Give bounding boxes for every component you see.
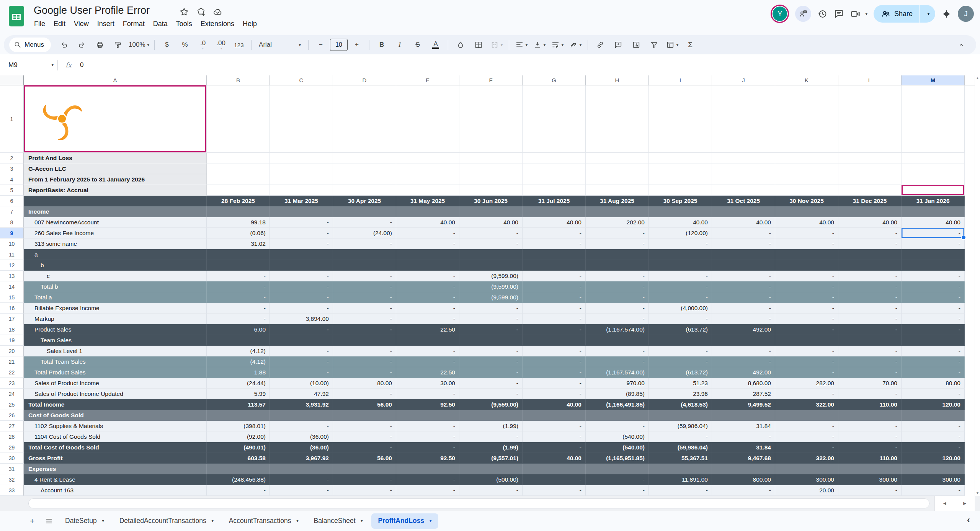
row-header-13[interactable]: 13 [0,271,24,281]
cell-J3[interactable] [712,163,775,174]
chevron-down-icon[interactable]: ▾ [212,519,214,523]
menu-help[interactable]: Help [238,18,261,29]
cell-H13[interactable]: - [586,271,649,281]
cell-H15[interactable]: - [586,292,649,303]
cell-A3[interactable]: G-Accon LLC [24,163,207,174]
cell-G9[interactable]: - [523,228,586,239]
cell-M33[interactable]: - [902,485,965,496]
cell-M13[interactable]: - [902,271,965,281]
column-header-C[interactable]: C [270,75,333,85]
column-header-L[interactable]: L [838,75,902,85]
cell-G13[interactable]: - [523,271,586,281]
cell-H14[interactable]: - [586,281,649,292]
row-header-28[interactable]: 28 [0,431,24,442]
cell-K21[interactable]: - [775,356,838,367]
vertical-align-button[interactable]: ▾ [531,38,548,52]
cell-F2[interactable] [459,153,523,163]
cell-K7[interactable] [775,206,838,217]
cell-E9[interactable]: - [396,228,459,239]
cell-K6[interactable]: 30 Nov 2025 [775,196,838,206]
column-header-M[interactable]: M [902,75,965,85]
cell-I9[interactable]: (120.00) [649,228,712,239]
menu-format[interactable]: Format [119,18,149,29]
cell-A17[interactable]: Markup [24,314,207,324]
cell-D9[interactable]: (24.00) [333,228,396,239]
cell-J26[interactable] [712,410,775,421]
cell-L21[interactable]: - [838,356,902,367]
cell-B7[interactable] [207,206,270,217]
cell-E8[interactable]: 40.00 [396,217,459,228]
cell-C26[interactable] [270,410,333,421]
cell-G1[interactable] [523,85,586,153]
cell-I15[interactable]: - [649,292,712,303]
cell-I28[interactable]: - [649,431,712,442]
cell-D16[interactable]: - [333,303,396,314]
cell-M26[interactable] [902,410,965,421]
cell-K28[interactable]: - [775,431,838,442]
tab-detailedaccounttransactions[interactable]: DetailedAccountTransactions▾ [113,513,220,529]
decrease-font-size-button[interactable]: − [312,38,330,52]
cell-L25[interactable]: 110.00 [838,399,902,410]
insert-comment-button[interactable] [609,38,627,52]
name-box[interactable]: M9 ▾ [0,61,57,69]
cell-H20[interactable]: - [586,346,649,356]
cell-D29[interactable]: - [333,442,396,453]
cell-M30[interactable]: 120.00 [902,453,965,464]
cell-E33[interactable]: - [396,485,459,496]
cell-A6[interactable] [24,196,207,206]
cell-B25[interactable]: 113.57 [207,399,270,410]
cell-G8[interactable]: 40.00 [523,217,586,228]
cell-B27[interactable]: (398.01) [207,421,270,431]
cell-K14[interactable]: - [775,281,838,292]
cell-J19[interactable] [712,335,775,346]
cell-F32[interactable]: (500.00) [459,474,523,485]
cell-L30[interactable]: 110.00 [838,453,902,464]
cell-H2[interactable] [586,153,649,163]
cell-F18[interactable]: - [459,324,523,335]
cell-A19[interactable]: Team Sales [24,335,207,346]
cell-J8[interactable]: 40.00 [712,217,775,228]
cell-A18[interactable]: Product Sales [24,324,207,335]
cell-C3[interactable] [270,163,333,174]
cell-M6[interactable]: 31 Jan 2026 [902,196,965,206]
cell-A11[interactable]: a [24,249,207,260]
cell-J33[interactable]: - [712,485,775,496]
cell-G27[interactable]: - [523,421,586,431]
cell-M31[interactable] [902,464,965,474]
cell-M7[interactable] [902,206,965,217]
row-header-20[interactable]: 20 [0,346,24,356]
borders-button[interactable] [470,38,487,52]
cell-K16[interactable]: - [775,303,838,314]
cell-B31[interactable] [207,464,270,474]
row-header-11[interactable]: 11 [0,249,24,260]
cell-C22[interactable]: - [270,367,333,378]
cell-J17[interactable]: - [712,314,775,324]
cell-G3[interactable] [523,163,586,174]
cell-B9[interactable]: (0.06) [207,228,270,239]
cell-G28[interactable]: - [523,431,586,442]
cell-H24[interactable]: (89.85) [586,389,649,399]
cell-G10[interactable]: - [523,239,586,249]
cell-G11[interactable] [523,249,586,260]
cell-L26[interactable] [838,410,902,421]
cell-H17[interactable]: - [586,314,649,324]
cell-F27[interactable]: (1.99) [459,421,523,431]
cell-E21[interactable]: - [396,356,459,367]
cell-J2[interactable] [712,153,775,163]
cell-G19[interactable] [523,335,586,346]
cell-G5[interactable] [523,185,586,196]
cell-M16[interactable]: - [902,303,965,314]
cell-I4[interactable] [649,174,712,185]
cell-E27[interactable]: - [396,421,459,431]
cell-C25[interactable]: 3,931.92 [270,399,333,410]
cell-A14[interactable]: Total b [24,281,207,292]
cell-H32[interactable]: - [586,474,649,485]
cell-L20[interactable]: - [838,346,902,356]
cell-A8[interactable]: 007 NewIncomeAccount [24,217,207,228]
cell-M28[interactable]: - [902,431,965,442]
cell-L33[interactable]: - [838,485,902,496]
cell-B5[interactable] [207,185,270,196]
cell-J9[interactable]: - [712,228,775,239]
cell-A29[interactable]: Total Cost of Goods Sold [24,442,207,453]
cell-I33[interactable]: - [649,485,712,496]
